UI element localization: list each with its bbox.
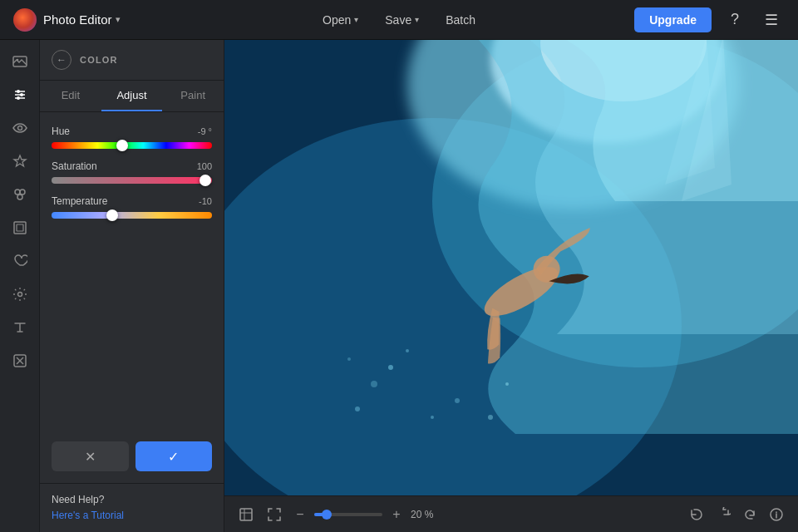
zoom-track[interactable] — [314, 513, 382, 516]
svg-point-1 — [16, 59, 18, 62]
rotate-ccw-button[interactable] — [685, 503, 708, 526]
temperature-label-row: Temperature -10 — [52, 195, 212, 207]
zoom-plus-button[interactable]: + — [387, 505, 406, 524]
tool-adjust[interactable] — [5, 80, 35, 110]
zoom-minus-button[interactable]: − — [291, 505, 309, 524]
rotate-cw-button[interactable] — [712, 503, 735, 526]
save-menu[interactable]: Save ▾ — [373, 8, 431, 32]
open-chevron: ▾ — [354, 15, 358, 24]
tool-frames[interactable] — [5, 213, 35, 243]
temperature-value: -10 — [199, 196, 212, 206]
svg-point-31 — [347, 357, 351, 361]
batch-button[interactable]: Batch — [434, 8, 487, 32]
temperature-track[interactable] — [52, 212, 212, 219]
color-panel: ← COLOR Edit Adjust Paint Hue -9 ° — [40, 40, 224, 532]
svg-point-30 — [455, 398, 460, 403]
temperature-thumb[interactable] — [106, 209, 118, 221]
confirm-button[interactable]: ✓ — [135, 441, 213, 471]
saturation-value: 100 — [197, 161, 212, 171]
svg-point-27 — [406, 349, 409, 352]
menu-button[interactable]: ☰ — [758, 7, 785, 33]
hue-value: -9 ° — [198, 126, 212, 136]
header-right: Upgrade ? ☰ — [634, 7, 785, 33]
header-nav: Open ▾ Save ▾ Batch — [311, 8, 487, 32]
saturation-label-row: Saturation 100 — [52, 160, 212, 172]
canvas-area: − + 20 % — [224, 40, 798, 532]
panel-body: Hue -9 ° Saturation 100 — [40, 112, 224, 441]
svg-rect-12 — [14, 222, 26, 234]
panel-tabs: Edit Adjust Paint — [40, 81, 224, 112]
saturation-label: Saturation — [52, 160, 97, 172]
fit-button[interactable] — [234, 503, 258, 526]
panel-header: ← COLOR — [40, 40, 224, 81]
saturation-slider-group: Saturation 100 — [52, 160, 212, 184]
svg-rect-13 — [17, 224, 23, 231]
bottom-right-buttons — [685, 503, 788, 526]
open-menu[interactable]: Open ▾ — [311, 8, 370, 32]
tab-edit[interactable]: Edit — [40, 81, 101, 111]
tool-heart[interactable] — [5, 246, 35, 276]
tool-erase[interactable] — [5, 346, 35, 376]
redo-button[interactable] — [738, 503, 761, 526]
temperature-slider-group: Temperature -10 — [52, 195, 212, 219]
svg-rect-35 — [240, 509, 252, 520]
bottom-toolbar: − + 20 % — [224, 495, 798, 532]
tool-sidebar — [0, 40, 40, 532]
tool-eye[interactable] — [5, 113, 35, 143]
header: Photo Editor ▾ Open ▾ Save ▾ Batch Upgra… — [0, 0, 798, 40]
main-area: ← COLOR Edit Adjust Paint Hue -9 ° — [0, 40, 798, 532]
tool-settings[interactable] — [5, 279, 35, 309]
svg-point-26 — [388, 365, 393, 370]
photo-container — [224, 40, 798, 495]
upgrade-button[interactable]: Upgrade — [634, 7, 712, 32]
saturation-thumb[interactable] — [200, 175, 211, 186]
panel-back-button[interactable]: ← — [52, 50, 71, 70]
info-button[interactable] — [765, 503, 788, 526]
cancel-button[interactable]: ✕ — [52, 441, 129, 471]
hue-slider-group: Hue -9 ° — [52, 126, 212, 149]
zoom-controls: − + 20 % — [291, 505, 441, 524]
hue-track[interactable] — [52, 142, 212, 149]
save-chevron: ▾ — [415, 15, 419, 24]
hue-label-row: Hue -9 ° — [52, 126, 212, 137]
svg-point-9 — [15, 190, 20, 195]
tab-adjust[interactable]: Adjust — [101, 81, 163, 111]
help-title: Need Help? — [52, 494, 212, 505]
app-name: Photo Editor — [43, 12, 112, 27]
svg-point-7 — [17, 96, 20, 100]
tab-paint[interactable]: Paint — [162, 81, 224, 111]
tool-effects[interactable] — [5, 180, 35, 209]
svg-point-5 — [20, 93, 23, 96]
svg-point-32 — [355, 406, 360, 411]
saturation-track[interactable] — [52, 177, 212, 184]
svg-point-10 — [20, 190, 25, 195]
svg-point-28 — [371, 381, 377, 387]
tool-text[interactable] — [5, 313, 35, 342]
tool-star[interactable] — [5, 146, 35, 176]
temperature-label: Temperature — [52, 195, 107, 207]
app-name-chevron: ▾ — [116, 14, 121, 25]
panel-action-buttons: ✕ ✓ — [40, 441, 224, 483]
help-link[interactable]: Here's a Tutorial — [52, 510, 124, 521]
canvas-main[interactable] — [224, 40, 798, 495]
zoom-thumb[interactable] — [322, 510, 332, 520]
app-logo — [13, 8, 37, 32]
tool-image[interactable] — [5, 47, 35, 76]
svg-point-33 — [505, 382, 509, 386]
hue-thumb[interactable] — [116, 140, 128, 151]
help-button[interactable]: ? — [722, 7, 748, 33]
svg-point-8 — [17, 126, 22, 131]
svg-point-29 — [431, 416, 434, 419]
svg-point-34 — [488, 415, 493, 420]
zoom-value: 20 % — [411, 509, 441, 520]
fullscreen-button[interactable] — [263, 503, 286, 526]
svg-point-14 — [17, 293, 22, 297]
svg-point-3 — [17, 90, 20, 93]
hue-label: Hue — [52, 126, 70, 137]
panel-title: COLOR — [80, 55, 118, 65]
photo-image — [224, 40, 798, 495]
svg-point-11 — [17, 195, 22, 200]
help-section: Need Help? Here's a Tutorial — [40, 483, 224, 532]
